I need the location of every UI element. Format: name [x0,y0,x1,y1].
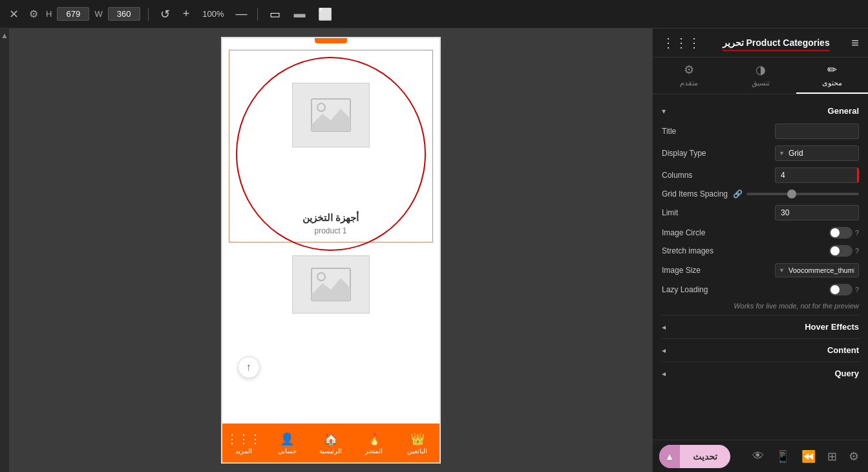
collapse-panel-arrow[interactable]: › [439,237,441,263]
content-section-arrow: ◂ [662,346,666,355]
lazy-loading-label: Lazy Loading [662,285,708,294]
scroll-arrow-up[interactable]: ▲ [1,31,8,40]
right-panel: ⋮⋮⋮ تحرير Product Categories ≡ ⚙ متقدم ◑… [652,28,868,472]
store-icon: 🔥 [367,432,381,446]
nav-item-account[interactable]: 👤 حسابي [266,432,309,455]
nav-item-store[interactable]: 🔥 المتجر [352,432,396,455]
limit-input[interactable] [775,205,859,220]
spacing-slider-thumb[interactable] [787,189,796,198]
title-field-label: Title [662,127,676,136]
svg-point-3 [317,273,325,281]
lazy-loading-note: Works for live mode, not for the preview [662,302,859,310]
tab-style[interactable]: ◑ تنسيق [725,58,796,94]
display-type-select-wrapper: Grid List [775,145,859,161]
tab-content[interactable]: ✏ محتوى [796,58,868,94]
image-circle-label: Image Circle [662,228,705,237]
nav-item-more[interactable]: ⋮⋮⋮ المزيد [222,432,266,455]
stretch-images-toggle-wrapper: ? [829,245,859,257]
apps-grid-icon[interactable]: ⋮⋮⋮ [662,35,701,50]
grid-spacing-label: Grid Items Spacing [662,189,728,198]
scroll-strip: ▲ [0,28,9,472]
sellers-icon: 👑 [410,432,425,446]
zoom-dash[interactable]: — [233,5,249,23]
update-btn-collapse[interactable]: ▲ [659,445,680,468]
nav-label-sellers: البائعين [407,447,427,455]
product-image-placeholder [292,83,370,147]
tab-advanced[interactable]: ⚙ متقدم [653,58,725,94]
stretch-images-toggle[interactable] [829,245,852,257]
spacing-slider-track[interactable] [746,193,859,195]
grid-spacing-row: Grid Items Spacing 🔗 [662,189,859,198]
columns-input[interactable] [775,167,859,183]
h-label: H [46,9,52,19]
nav-item-home[interactable]: 🏠 الرئيسية [309,432,352,455]
general-section-arrow[interactable]: ▾ [662,107,666,116]
limit-row: Limit [662,205,859,220]
layers-icon[interactable]: ⊞ [825,447,840,466]
title-annotation [723,50,830,51]
content-section[interactable]: ◂ Content [662,338,859,361]
display-type-label: Display Type [662,149,706,158]
h-input[interactable] [57,7,89,21]
lazy-loading-row: Lazy Loading ? [662,284,859,295]
limit-label: Limit [662,208,678,217]
title-input[interactable] [775,123,859,139]
preview-eye-icon[interactable]: 👁 [750,447,767,466]
product-title: أجهزة التخزين [236,212,426,224]
panel-tabs: ⚙ متقدم ◑ تنسيق ✏ محتوى [653,58,868,94]
history-icon[interactable]: ⏪ [799,447,818,466]
general-section-title: General [828,106,859,116]
hover-effects-arrow: ◂ [662,323,666,332]
hover-effects-section[interactable]: ◂ Hover Effects [662,315,859,338]
nav-item-sellers[interactable]: 👑 البائعين [396,432,439,455]
home-icon: 🏠 [324,432,338,446]
image-size-select[interactable]: Voocommerce_thumbnail [775,263,859,277]
close-button[interactable]: ✕ [6,5,21,24]
scroll-up-icon: ↑ [246,361,251,373]
bottom-settings-icon[interactable]: ⚙ [846,447,862,466]
content-tab-icon: ✏ [827,63,837,77]
lazy-loading-toggle[interactable] [829,284,852,295]
separator-1 [148,8,149,21]
advanced-tab-icon: ⚙ [684,63,694,77]
product-subtitle: product 1 [236,226,426,235]
image-size-select-wrapper: Voocommerce_thumbnail [775,263,859,277]
general-section-header: ▾ General [662,106,859,116]
display-type-select[interactable]: Grid List [775,145,859,161]
panel-title: تحرير Product Categories [723,38,830,48]
hover-effects-title: Hover Effects [805,322,859,332]
tablet-device-button[interactable]: ▭ [266,5,284,24]
panel-menu-icon[interactable]: ≡ [851,36,859,50]
svg-point-1 [317,103,325,111]
content-section-title: Content [827,345,859,355]
columns-row: Columns [662,167,859,183]
title-field-row: Title [662,123,859,139]
nav-label-account: حسابي [278,447,297,455]
update-button[interactable]: تحديث [680,447,730,466]
separator-2 [257,8,258,21]
update-button-wrapper: ▲ تحديث [659,445,730,468]
bottom-panel-bar: ▲ تحديث 👁 📱 ⏪ ⊞ ⚙ [653,440,868,472]
scroll-up-button[interactable]: ↑ [238,356,260,378]
lazy-loading-info: ? [855,286,859,294]
image-size-label: Image Size [662,266,701,275]
main-area: ▲ أجهزة التخزين product 1 [0,28,868,472]
image-circle-row: Image Circle ? [662,227,859,239]
query-section[interactable]: ◂ Query [662,361,859,385]
responsive-icon[interactable]: 📱 [773,447,792,466]
add-button[interactable]: + [179,5,194,23]
content-tab-label: محتوى [822,79,842,87]
w-input[interactable] [108,7,140,21]
mobile-device-button[interactable]: ▬ [290,5,309,23]
image-size-row: Image Size Voocommerce_thumbnail [662,263,859,277]
image-circle-toggle[interactable] [829,227,852,239]
main-toolbar: ✕ ⚙ H W ↺ + 100% — ▭ ▬ ⬜ [0,0,868,28]
settings-button[interactable]: ⚙ [26,5,41,23]
product-image-placeholder-2 [292,255,370,314]
link-icon: 🔗 [733,189,743,198]
columns-input-wrapper [775,167,859,183]
image-circle-toggle-wrapper: ? [829,227,859,239]
phone-top-bar [315,38,347,43]
undo-button[interactable]: ↺ [156,5,174,24]
desktop-device-button[interactable]: ⬜ [314,5,336,24]
